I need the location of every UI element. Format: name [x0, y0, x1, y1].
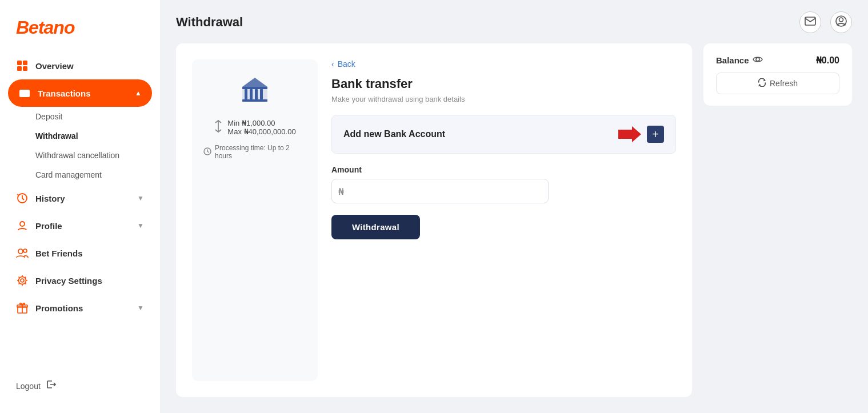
balance-label: Balance — [716, 55, 763, 66]
grid-icon — [16, 59, 29, 72]
svg-rect-24 — [242, 99, 267, 102]
svg-point-28 — [756, 58, 759, 61]
svg-rect-22 — [255, 89, 258, 99]
svg-point-10 — [23, 249, 27, 252]
history-icon — [16, 192, 29, 205]
submenu-card-management[interactable]: Card management — [35, 165, 160, 185]
sidebar-item-profile[interactable]: Profile ▼ — [0, 212, 160, 239]
svg-point-12 — [19, 277, 26, 284]
chevron-left-icon: ‹ — [331, 59, 334, 69]
svg-rect-0 — [17, 61, 22, 65]
svg-rect-1 — [23, 61, 27, 65]
arrows-icon — [214, 119, 223, 136]
refresh-button[interactable]: Refresh — [716, 73, 839, 94]
sidebar-item-privacy-settings[interactable]: Privacy Settings — [0, 267, 160, 294]
add-bank-label: Add new Bank Account — [343, 129, 445, 139]
svg-rect-21 — [250, 89, 253, 99]
naira-prefix: ₦ — [338, 186, 344, 197]
balance-card: Balance ₦0.00 — [703, 43, 852, 106]
logo[interactable]: Betano — [0, 11, 160, 52]
friends-icon — [16, 247, 29, 259]
logout-icon — [46, 379, 57, 392]
form-title: Bank transfer — [331, 77, 676, 91]
svg-point-8 — [20, 222, 25, 226]
history-chevron: ▼ — [137, 194, 144, 202]
person-icon — [16, 219, 29, 232]
min-value: Min ₦1,000.00 — [227, 119, 295, 127]
svg-rect-20 — [245, 89, 247, 99]
bet-friends-label: Bet Friends — [35, 248, 144, 258]
brand-name: Betano — [16, 17, 144, 38]
form-subtitle: Make your withdrawal using bank details — [331, 95, 676, 103]
balance-amount: ₦0.00 — [816, 55, 839, 66]
add-bank-account-row[interactable]: Add new Bank Account + — [331, 115, 676, 154]
svg-marker-25 — [242, 78, 267, 87]
page-header: Withdrawal — [160, 0, 868, 38]
amount-label: Amount — [331, 165, 676, 174]
svg-rect-19 — [242, 87, 267, 89]
transactions-label: Transactions — [38, 89, 128, 98]
bank-arrows-row: Min ₦1,000.00 Max ₦40,000,000.00 — [214, 119, 295, 136]
add-bank-actions: + — [618, 126, 664, 143]
account-icon — [835, 15, 847, 30]
sidebar-navigation: Overview Transactions ▲ Deposit Withdraw… — [0, 52, 160, 370]
gift-icon — [16, 302, 29, 314]
sidebar: Betano Overview Transactions ▲ Deposit — [0, 0, 160, 413]
submenu-withdrawal-cancellation[interactable]: Withdrawal cancellation — [35, 146, 160, 165]
profile-label: Profile — [35, 221, 130, 231]
plus-button[interactable]: + — [647, 126, 664, 143]
red-arrow-icon — [618, 126, 641, 142]
svg-rect-23 — [260, 89, 263, 99]
gear-icon — [16, 274, 29, 287]
amount-field-wrap: ₦ — [331, 179, 676, 203]
withdrawal-form: ‹ Back Bank transfer Make your withdrawa… — [331, 59, 676, 381]
content-area: Min ₦1,000.00 Max ₦40,000,000.00 Process… — [160, 38, 868, 413]
transactions-submenu: Deposit Withdrawal Withdrawal cancellati… — [0, 107, 160, 185]
history-label: History — [35, 194, 130, 203]
max-value: Max ₦40,000,000.00 — [227, 127, 295, 136]
right-sidebar: Balance ₦0.00 — [703, 43, 852, 397]
promotions-label: Promotions — [35, 303, 130, 313]
overview-label: Overview — [35, 61, 144, 71]
sidebar-item-bet-friends[interactable]: Bet Friends — [0, 239, 160, 267]
refresh-label: Refresh — [770, 79, 798, 88]
processing-time: Processing time: Up to 2 hours — [203, 144, 306, 160]
logout-label: Logout — [16, 382, 41, 391]
svg-point-9 — [18, 249, 23, 254]
clock-icon — [203, 147, 211, 157]
mail-button[interactable] — [799, 11, 821, 33]
withdrawal-button[interactable]: Withdrawal — [331, 215, 420, 239]
logout-button[interactable]: Logout — [0, 370, 160, 402]
bank-min-max: Min ₦1,000.00 Max ₦40,000,000.00 — [214, 119, 295, 136]
sidebar-item-transactions[interactable]: Transactions ▲ — [8, 79, 152, 107]
back-label: Back — [338, 59, 355, 69]
svg-point-11 — [21, 279, 24, 282]
mail-icon — [805, 17, 816, 29]
sidebar-item-history[interactable]: History ▼ — [0, 185, 160, 212]
processing-label: Processing time: Up to 2 hours — [215, 144, 306, 160]
back-button[interactable]: ‹ Back — [331, 59, 676, 69]
svg-rect-3 — [23, 66, 27, 71]
account-button[interactable] — [830, 11, 852, 33]
svg-rect-4 — [19, 90, 30, 97]
balance-text: Balance — [716, 55, 749, 65]
header-actions — [799, 11, 852, 33]
svg-rect-5 — [19, 91, 30, 93]
eye-icon[interactable] — [753, 55, 763, 66]
transactions-chevron: ▲ — [135, 89, 142, 97]
sidebar-item-promotions[interactable]: Promotions ▼ — [0, 294, 160, 322]
bank-building-icon — [240, 75, 270, 111]
refresh-icon — [758, 78, 766, 89]
profile-chevron: ▼ — [137, 222, 144, 230]
min-max-values: Min ₦1,000.00 Max ₦40,000,000.00 — [227, 119, 295, 136]
amount-input[interactable] — [331, 179, 549, 203]
promotions-chevron: ▼ — [137, 304, 144, 312]
balance-row: Balance ₦0.00 — [716, 55, 839, 66]
submenu-deposit[interactable]: Deposit — [35, 107, 160, 126]
submenu-withdrawal[interactable]: Withdrawal — [35, 126, 160, 146]
main-panel: Min ₦1,000.00 Max ₦40,000,000.00 Process… — [176, 43, 692, 397]
svg-point-17 — [839, 18, 843, 22]
page-title: Withdrawal — [176, 15, 243, 30]
main-content: Withdrawal — [160, 0, 868, 413]
sidebar-item-overview[interactable]: Overview — [0, 52, 160, 79]
